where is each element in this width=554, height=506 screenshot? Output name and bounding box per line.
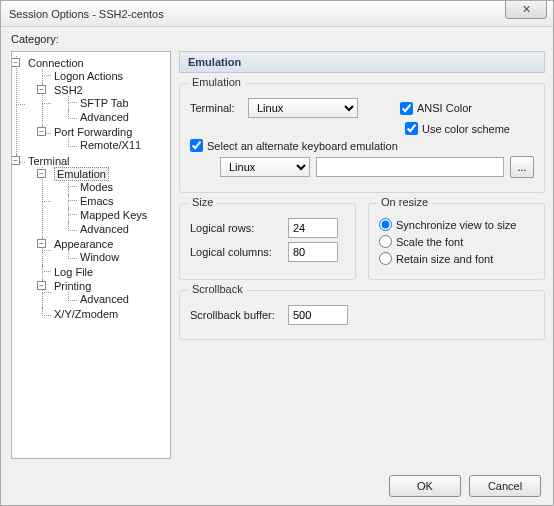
tree-label: Logon Actions <box>54 70 123 82</box>
tree-logon-actions[interactable]: Logon Actions <box>42 69 168 83</box>
tree-label: Remote/X11 <box>80 139 141 151</box>
tree-label: Printing <box>54 280 91 292</box>
tree-printing[interactable]: − Printing Advanced <box>42 279 168 307</box>
ansi-color-label: ANSI Color <box>417 102 472 114</box>
tree-emacs[interactable]: Emacs <box>68 194 168 208</box>
use-color-scheme-checkbox[interactable]: Use color scheme <box>405 122 510 135</box>
tree-label: Connection <box>28 57 84 69</box>
retain-size-radio[interactable]: Retain size and font <box>379 252 493 265</box>
retain-size-input[interactable] <box>379 252 392 265</box>
dialog-body: Category: − Connection Logon Actions − S… <box>9 31 545 459</box>
category-tree[interactable]: − Connection Logon Actions − SSH2 SFTP T… <box>11 51 171 459</box>
tree-port-forwarding[interactable]: − Port Forwarding Remote/X11 <box>42 125 168 153</box>
scrollback-buffer-label: Scrollback buffer: <box>190 309 282 321</box>
ansi-color-checkbox[interactable]: ANSI Color <box>400 102 472 115</box>
on-resize-group: On resize Synchronize view to size Scale… <box>368 203 545 280</box>
logical-columns-label: Logical columns: <box>190 246 282 258</box>
settings-panel: Emulation Emulation Terminal: Linux ANSI… <box>179 51 545 459</box>
alt-keyboard-select[interactable]: Linux <box>220 157 310 177</box>
collapse-icon[interactable]: − <box>37 239 46 248</box>
terminal-select[interactable]: Linux <box>248 98 358 118</box>
tree-label: Emacs <box>80 195 114 207</box>
group-title: Emulation <box>188 76 245 88</box>
retain-size-label: Retain size and font <box>396 253 493 265</box>
alt-keyboard-path-input[interactable] <box>316 157 504 177</box>
tree-label: Modes <box>80 181 113 193</box>
panel-heading: Emulation <box>179 51 545 73</box>
logical-rows-label: Logical rows: <box>190 222 282 234</box>
close-button[interactable]: ✕ <box>505 1 547 19</box>
ansi-color-input[interactable] <box>400 102 413 115</box>
tree-xyzmodem[interactable]: X/Y/Zmodem <box>42 307 168 321</box>
tree-log-file[interactable]: Log File <box>42 265 168 279</box>
tree-label: Appearance <box>54 238 113 250</box>
tree-appearance[interactable]: − Appearance Window <box>42 237 168 265</box>
alt-keyboard-label: Select an alternate keyboard emulation <box>207 140 398 152</box>
tree-label: SFTP Tab <box>80 97 129 109</box>
collapse-icon[interactable]: − <box>37 281 46 290</box>
tree-label: Advanced <box>80 223 129 235</box>
titlebar: Session Options - SSH2-centos ✕ <box>1 1 553 27</box>
tree-label: Mapped Keys <box>80 209 147 221</box>
tree-label: Terminal <box>28 155 70 167</box>
alt-keyboard-input[interactable] <box>190 139 203 152</box>
tree-label: Log File <box>54 266 93 278</box>
scrollback-buffer-input[interactable] <box>288 305 348 325</box>
session-options-dialog: Session Options - SSH2-centos ✕ Category… <box>0 0 554 506</box>
tree-label: SSH2 <box>54 84 83 96</box>
tree-modes[interactable]: Modes <box>68 180 168 194</box>
tree-mapped-keys[interactable]: Mapped Keys <box>68 208 168 222</box>
window-title: Session Options - SSH2-centos <box>9 8 164 20</box>
tree-label: Port Forwarding <box>54 126 132 138</box>
logical-columns-input[interactable] <box>288 242 338 262</box>
cancel-label: Cancel <box>488 480 522 492</box>
tree-label: Advanced <box>80 293 129 305</box>
tree-remote-x11[interactable]: Remote/X11 <box>68 138 168 152</box>
tree-label: X/Y/Zmodem <box>54 308 118 320</box>
sync-view-radio[interactable]: Synchronize view to size <box>379 218 516 231</box>
tree-emu-advanced[interactable]: Advanced <box>68 222 168 236</box>
sync-view-label: Synchronize view to size <box>396 219 516 231</box>
group-title: Size <box>188 196 217 208</box>
scale-font-input[interactable] <box>379 235 392 248</box>
scrollback-group: Scrollback Scrollback buffer: <box>179 290 545 340</box>
tree-emulation[interactable]: − Emulation Modes Emacs Mapped Keys Adva… <box>42 167 168 237</box>
use-color-scheme-label: Use color scheme <box>422 123 510 135</box>
alt-keyboard-checkbox[interactable]: Select an alternate keyboard emulation <box>190 139 398 152</box>
ellipsis-icon: ... <box>517 161 526 173</box>
collapse-icon[interactable]: − <box>11 156 20 165</box>
tree-ssh2-advanced[interactable]: Advanced <box>68 110 168 124</box>
tree-label: Window <box>80 251 119 263</box>
scale-font-label: Scale the font <box>396 236 463 248</box>
tree-terminal[interactable]: − Terminal − Emulation Modes Emacs Mappe… <box>16 154 168 322</box>
tree-window[interactable]: Window <box>68 250 168 264</box>
logical-rows-input[interactable] <box>288 218 338 238</box>
tree-sftp-tab[interactable]: SFTP Tab <box>68 96 168 110</box>
collapse-icon[interactable]: − <box>37 127 46 136</box>
close-icon: ✕ <box>522 3 531 16</box>
tree-label-selected: Emulation <box>54 167 109 181</box>
tree-label: Advanced <box>80 111 129 123</box>
group-title: On resize <box>377 196 432 208</box>
ok-label: OK <box>417 480 433 492</box>
tree-connection[interactable]: − Connection Logon Actions − SSH2 SFTP T… <box>16 56 168 154</box>
emulation-group: Emulation Terminal: Linux ANSI Color <box>179 83 545 193</box>
cancel-button[interactable]: Cancel <box>469 475 541 497</box>
browse-button[interactable]: ... <box>510 156 534 178</box>
tree-ssh2[interactable]: − SSH2 SFTP Tab Advanced <box>42 83 168 125</box>
scale-font-radio[interactable]: Scale the font <box>379 235 463 248</box>
use-color-scheme-input[interactable] <box>405 122 418 135</box>
collapse-icon[interactable]: − <box>37 169 46 178</box>
ok-button[interactable]: OK <box>389 475 461 497</box>
collapse-icon[interactable]: − <box>11 58 20 67</box>
dialog-footer: OK Cancel <box>389 475 541 497</box>
collapse-icon[interactable]: − <box>37 85 46 94</box>
tree-print-advanced[interactable]: Advanced <box>68 292 168 306</box>
sync-view-input[interactable] <box>379 218 392 231</box>
size-group: Size Logical rows: Logical columns: <box>179 203 356 280</box>
terminal-label: Terminal: <box>190 102 242 114</box>
group-title: Scrollback <box>188 283 247 295</box>
category-label: Category: <box>11 33 545 45</box>
